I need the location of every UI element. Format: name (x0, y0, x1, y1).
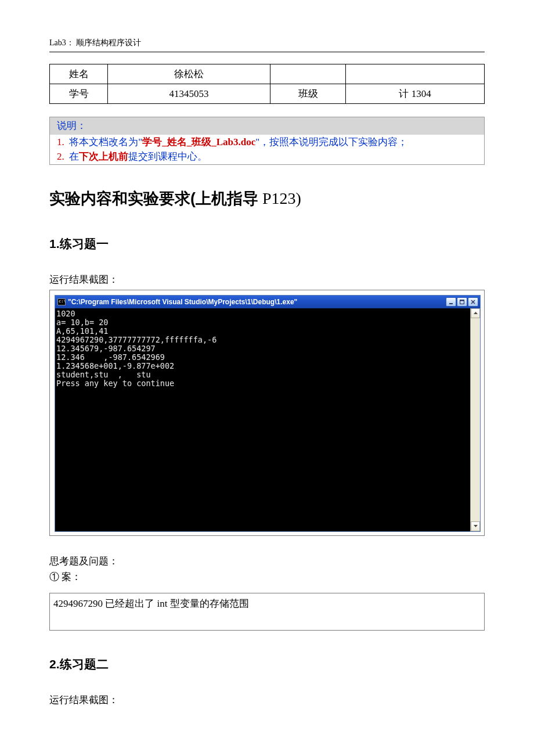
empty-label (270, 64, 346, 84)
header-rule (49, 52, 485, 52)
maximize-button[interactable] (457, 297, 467, 307)
item2-highlight: 下次上机前 (79, 151, 128, 162)
doc-header-label: Lab3： 顺序结构程序设计 (49, 38, 485, 48)
item1-number: 1. (57, 136, 64, 147)
maximize-icon (460, 300, 464, 304)
scroll-up-button[interactable] (471, 308, 480, 318)
item1-prefix: 将本文档改名为" (69, 136, 142, 147)
scroll-down-button[interactable] (471, 521, 480, 531)
class-value: 计 1304 (346, 84, 485, 104)
section2-title: 2.练习题二 (49, 656, 485, 672)
svg-rect-2 (460, 300, 464, 301)
console-window: c:\ "C:\Program Files\Microsoft Visual S… (55, 295, 481, 532)
close-icon (471, 300, 475, 304)
think-item-1: ① 案： (49, 569, 485, 585)
minimize-icon (449, 300, 453, 304)
minimize-button[interactable] (446, 297, 456, 307)
console-scrollbar[interactable] (470, 308, 480, 531)
main-title-en: P123) (258, 189, 301, 207)
instruction-item-1: 1. 将本文档改名为"学号_姓名_班级_Lab3.doc"，按照本说明完成以下实… (50, 135, 484, 150)
chevron-up-icon (474, 312, 478, 314)
cmd-icon: c:\ (57, 298, 66, 305)
main-title-cn: 实验内容和实验要求(上机指导 (49, 190, 258, 207)
svg-rect-0 (449, 303, 453, 304)
console-titlebar: c:\ "C:\Program Files\Microsoft Visual S… (55, 296, 480, 308)
item2-number: 2. (57, 151, 64, 162)
id-value: 41345053 (108, 84, 270, 104)
item1-highlight: 学号_姓名_班级_Lab3.doc (142, 136, 255, 147)
empty-value (346, 64, 485, 84)
console-screenshot-frame: c:\ "C:\Program Files\Microsoft Visual S… (49, 290, 485, 536)
instruction-item-2: 2. 在下次上机前提交到课程中心。 (50, 149, 484, 164)
name-label: 姓名 (50, 64, 108, 84)
chevron-down-icon (474, 525, 478, 527)
table-row: 姓名 徐松松 (50, 64, 485, 84)
id-label: 学号 (50, 84, 108, 104)
console-title-text: "C:\Program Files\Microsoft Visual Studi… (68, 298, 446, 306)
item2-prefix: 在 (69, 151, 79, 162)
think-label: 思考题及问题： (49, 553, 485, 569)
main-title: 实验内容和实验要求(上机指导 P123) (49, 188, 485, 209)
instructions-box: 说明： 1. 将本文档改名为"学号_姓名_班级_Lab3.doc"，按照本说明完… (49, 117, 485, 165)
answer-box: 4294967290 已经超出了 int 型变量的存储范围 (49, 593, 485, 631)
section1-title: 1.练习题一 (49, 236, 485, 252)
class-label: 班级 (270, 84, 346, 104)
think-block: 思考题及问题： ① 案： (49, 553, 485, 585)
close-button[interactable] (468, 297, 478, 307)
table-row: 学号 41345053 班级 计 1304 (50, 84, 485, 104)
console-output: 1020 a= 10,b= 20 A,65,101,41 4294967290,… (55, 308, 470, 531)
student-info-table: 姓名 徐松松 学号 41345053 班级 计 1304 (49, 64, 485, 104)
item1-suffix: "，按照本说明完成以下实验内容； (255, 136, 407, 147)
console-body-wrap: 1020 a= 10,b= 20 A,65,101,41 4294967290,… (55, 308, 480, 531)
item2-suffix: 提交到课程中心。 (128, 151, 207, 162)
section2-caption: 运行结果截图： (49, 693, 485, 707)
section1-caption: 运行结果截图： (49, 273, 485, 286)
window-button-group (446, 297, 478, 307)
instructions-title: 说明： (50, 117, 484, 135)
name-value: 徐松松 (108, 64, 270, 84)
